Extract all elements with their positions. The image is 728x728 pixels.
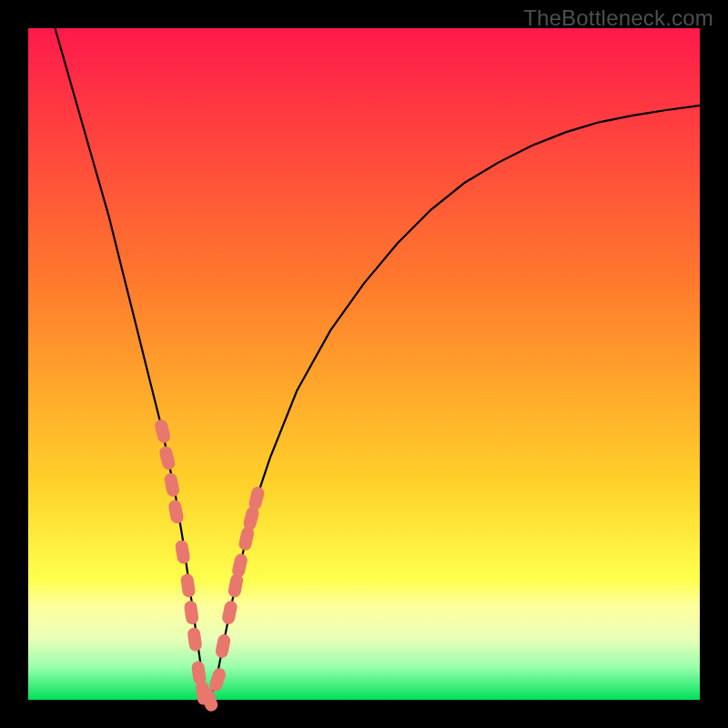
marker — [228, 572, 245, 598]
marker — [215, 633, 232, 659]
marker — [248, 485, 266, 511]
plot-area — [28, 28, 700, 700]
marker — [158, 445, 177, 471]
bottleneck-curve — [56, 28, 701, 700]
watermark-text: TheBottleneck.com — [523, 5, 713, 31]
chart-frame: TheBottleneck.com — [0, 0, 728, 728]
marker — [187, 627, 203, 652]
marker — [167, 499, 185, 524]
marker — [221, 600, 238, 625]
marker — [180, 573, 197, 599]
marker — [175, 540, 191, 565]
marker — [163, 472, 180, 498]
marker — [184, 600, 200, 625]
marker — [154, 418, 172, 444]
marker — [231, 552, 248, 578]
marker — [238, 526, 255, 551]
chart-svg — [28, 28, 700, 700]
curve-markers — [154, 418, 266, 713]
